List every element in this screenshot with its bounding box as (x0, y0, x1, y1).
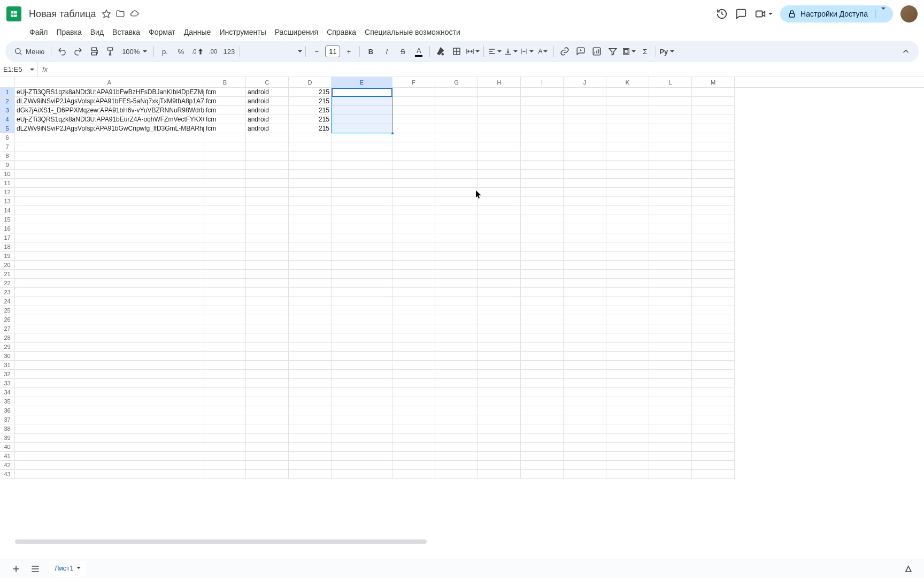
col-header-A[interactable]: A (15, 77, 204, 87)
cell[interactable] (478, 161, 521, 170)
h-align-button[interactable] (487, 44, 502, 59)
cell[interactable] (392, 215, 435, 224)
cell[interactable] (435, 443, 478, 452)
cell[interactable] (435, 424, 478, 434)
cell[interactable] (435, 215, 478, 224)
cell[interactable] (692, 452, 735, 461)
cell[interactable] (246, 424, 289, 434)
cell[interactable] (564, 88, 606, 97)
cell[interactable] (478, 443, 521, 452)
cell[interactable] (15, 270, 204, 279)
cell[interactable] (649, 333, 692, 343)
cell[interactable] (204, 315, 246, 324)
cell[interactable] (332, 370, 392, 379)
cell[interactable] (332, 288, 392, 297)
cell[interactable] (204, 443, 246, 452)
cell[interactable] (15, 370, 204, 379)
text-color-button[interactable]: A (411, 44, 426, 59)
cell[interactable] (521, 206, 564, 215)
cell[interactable] (435, 452, 478, 461)
cell[interactable] (435, 315, 478, 324)
cell[interactable] (246, 406, 289, 415)
cell[interactable] (521, 97, 564, 106)
cell[interactable] (392, 161, 435, 170)
cell[interactable]: eUj-ZTi3QRS1qzk8aNDt3U:APA91bEurZ4A-oohW… (15, 115, 204, 124)
cell[interactable] (606, 397, 649, 406)
cell[interactable] (606, 179, 649, 188)
cell[interactable] (204, 133, 246, 142)
cell[interactable] (435, 161, 478, 170)
cell[interactable] (246, 261, 289, 270)
cell[interactable] (204, 233, 246, 242)
menu-format[interactable]: Формат (145, 26, 179, 39)
cell[interactable] (204, 297, 246, 306)
menu-edit[interactable]: Правка (52, 26, 85, 39)
cell[interactable] (606, 324, 649, 333)
cell[interactable] (204, 197, 246, 206)
menu-extensions[interactable]: Расширения (271, 26, 322, 39)
cell[interactable] (435, 115, 478, 124)
sheet-tab-caret-icon[interactable] (76, 567, 81, 569)
increase-decimal-button[interactable]: .00 (205, 44, 220, 59)
cell[interactable] (246, 333, 289, 343)
cell[interactable] (564, 352, 606, 361)
cell[interactable] (332, 415, 392, 424)
cell[interactable] (564, 388, 606, 397)
cell[interactable] (564, 452, 606, 461)
cell[interactable] (564, 233, 606, 242)
row-header[interactable]: 24 (0, 297, 15, 306)
cell[interactable] (289, 242, 332, 252)
row-header[interactable]: 22 (0, 279, 15, 288)
cell[interactable] (435, 470, 478, 479)
cell[interactable] (606, 415, 649, 424)
cell[interactable] (392, 388, 435, 397)
cell[interactable] (478, 461, 521, 470)
cell[interactable] (478, 297, 521, 306)
cell[interactable] (692, 142, 735, 151)
cell[interactable] (392, 115, 435, 124)
cell[interactable] (392, 179, 435, 188)
cell[interactable] (564, 424, 606, 434)
cell[interactable] (15, 333, 204, 343)
cell[interactable] (246, 415, 289, 424)
cell[interactable] (692, 415, 735, 424)
cell[interactable] (649, 233, 692, 242)
cell[interactable] (15, 452, 204, 461)
row-header[interactable]: 10 (0, 170, 15, 179)
col-header-J[interactable]: J (564, 77, 606, 87)
cell[interactable] (15, 170, 204, 179)
row-header[interactable]: 32 (0, 370, 15, 379)
cell[interactable] (435, 343, 478, 352)
cell[interactable] (478, 233, 521, 242)
col-header-B[interactable]: B (204, 77, 246, 87)
cell[interactable] (246, 343, 289, 352)
comments-icon[interactable] (735, 8, 747, 20)
cell[interactable] (606, 206, 649, 215)
wrap-button[interactable] (519, 44, 534, 59)
cell[interactable] (692, 206, 735, 215)
cell[interactable] (478, 261, 521, 270)
cell[interactable] (564, 115, 606, 124)
cell[interactable] (204, 352, 246, 361)
cell[interactable]: eUj-ZTi3QRS1qzk8aNDt3U:APA91bFwBzHFsDBJa… (15, 88, 204, 97)
print-button[interactable] (87, 44, 102, 59)
cell[interactable] (521, 361, 564, 370)
cell[interactable] (692, 388, 735, 397)
cell[interactable] (246, 470, 289, 479)
cell[interactable] (392, 434, 435, 443)
cell[interactable] (392, 197, 435, 206)
cell[interactable] (435, 179, 478, 188)
cell[interactable] (606, 470, 649, 479)
cell[interactable] (606, 424, 649, 434)
cell[interactable] (392, 315, 435, 324)
cell[interactable] (649, 361, 692, 370)
cell[interactable] (478, 170, 521, 179)
cell[interactable] (692, 370, 735, 379)
cell[interactable] (392, 133, 435, 142)
cell[interactable] (564, 315, 606, 324)
cell[interactable] (649, 452, 692, 461)
cell[interactable] (15, 297, 204, 306)
cell[interactable] (478, 142, 521, 151)
cell[interactable] (649, 106, 692, 115)
cell[interactable] (332, 179, 392, 188)
